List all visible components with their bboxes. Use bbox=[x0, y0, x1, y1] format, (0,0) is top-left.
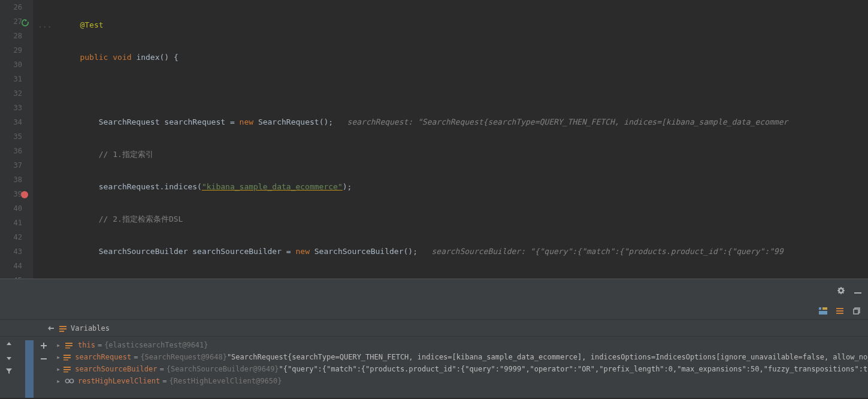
svg-rect-15 bbox=[65, 347, 70, 349]
variable-name: searchRequest bbox=[75, 351, 131, 363]
expand-arrow-icon[interactable]: ▸ bbox=[56, 351, 61, 363]
editor-gutter: 26 27 28 29 30 31 32 33 34 35 36 37 38 3… bbox=[0, 0, 33, 279]
line-number: 37 bbox=[0, 158, 22, 173]
variable-name: restHighLevelClient bbox=[78, 375, 160, 387]
add-watch-icon[interactable] bbox=[40, 341, 48, 350]
filter-icon[interactable] bbox=[5, 367, 13, 375]
svg-rect-10 bbox=[59, 328, 66, 330]
link-icon bbox=[65, 377, 74, 385]
svg-rect-7 bbox=[836, 313, 843, 314]
line-number: 26 bbox=[0, 0, 22, 14]
target-icon[interactable] bbox=[47, 324, 55, 332]
field-icon bbox=[63, 353, 71, 361]
svg-rect-11 bbox=[59, 331, 64, 332]
line-number: 35 bbox=[0, 129, 22, 144]
code-area[interactable]: ... @Test public void index() { SearchRe… bbox=[33, 0, 868, 279]
settings-icon[interactable] bbox=[836, 285, 846, 296]
variable-value: "{"query":{"match":{"products.product_id… bbox=[279, 363, 868, 375]
svg-rect-8 bbox=[854, 309, 858, 314]
variable-type: {SearchSourceBuilder@9649} bbox=[167, 363, 279, 375]
svg-rect-9 bbox=[59, 326, 66, 327]
line-number: 33 bbox=[0, 101, 22, 115]
variable-row[interactable]: ▸restHighLevelClient = {RestHighLevelCli… bbox=[55, 375, 868, 387]
variable-type: {SearchRequest@9648} bbox=[140, 351, 227, 363]
line-number: 32 bbox=[0, 86, 22, 101]
step-down-icon[interactable] bbox=[5, 353, 13, 362]
svg-point-0 bbox=[21, 191, 28, 198]
line-number: 38 bbox=[0, 173, 22, 187]
variable-row[interactable]: ▸this = {elasticsearchTest@9641} bbox=[55, 339, 868, 351]
svg-rect-1 bbox=[854, 292, 861, 294]
variable-name: this bbox=[78, 339, 95, 351]
line-number: 42 bbox=[0, 230, 22, 244]
variables-title: Variables bbox=[71, 324, 110, 332]
frame-highlight bbox=[25, 340, 34, 398]
line-number: 44 bbox=[0, 259, 22, 273]
expand-arrow-icon[interactable]: ▸ bbox=[56, 339, 62, 351]
svg-rect-21 bbox=[63, 371, 68, 373]
variables-icon bbox=[59, 324, 67, 332]
svg-rect-3 bbox=[822, 307, 827, 310]
svg-rect-17 bbox=[63, 357, 71, 358]
line-number: 28 bbox=[0, 29, 22, 43]
expand-arrow-icon[interactable]: ▸ bbox=[56, 363, 61, 375]
run-override-icon[interactable] bbox=[20, 18, 30, 28]
line-number: 43 bbox=[0, 244, 22, 259]
svg-rect-20 bbox=[63, 369, 71, 370]
debug-iconbar bbox=[0, 302, 868, 320]
line-number: 34 bbox=[0, 115, 22, 129]
line-number: 39 bbox=[0, 187, 22, 201]
layout-icon[interactable] bbox=[818, 306, 828, 316]
restore-icon[interactable] bbox=[851, 306, 862, 316]
line-number: 45 bbox=[0, 273, 22, 279]
svg-rect-6 bbox=[836, 310, 843, 312]
variable-row[interactable]: ▸searchSourceBuilder = {SearchSourceBuil… bbox=[55, 363, 868, 375]
variable-name: searchSourceBuilder bbox=[75, 363, 157, 375]
line-number: 36 bbox=[0, 144, 22, 158]
variables-header: Variables bbox=[0, 320, 868, 337]
debug-step-toolbar bbox=[0, 337, 18, 398]
line-number: 30 bbox=[0, 58, 22, 72]
variable-row[interactable]: ▸searchRequest = {SearchRequest@9648} "S… bbox=[55, 351, 868, 363]
line-number: 31 bbox=[0, 72, 22, 86]
svg-rect-5 bbox=[836, 308, 843, 309]
svg-point-23 bbox=[69, 379, 73, 383]
breakpoint-icon[interactable] bbox=[20, 191, 30, 200]
svg-rect-18 bbox=[63, 359, 68, 361]
variable-type: {elasticsearchTest@9641} bbox=[104, 339, 208, 351]
svg-rect-12 bbox=[41, 358, 47, 359]
svg-point-22 bbox=[65, 379, 69, 383]
inline-hint: searchRequest: "SearchRequest{searchType… bbox=[347, 117, 788, 126]
step-up-icon[interactable] bbox=[5, 340, 13, 349]
variable-type: {RestHighLevelClient@9650} bbox=[170, 375, 282, 387]
svg-rect-19 bbox=[63, 367, 71, 368]
svg-rect-13 bbox=[65, 343, 72, 344]
svg-rect-2 bbox=[819, 307, 821, 310]
line-number: 40 bbox=[0, 201, 22, 216]
minimize-icon[interactable] bbox=[852, 285, 863, 296]
svg-rect-14 bbox=[65, 345, 72, 346]
variables-panel: ▸this = {elasticsearchTest@9641}▸searchR… bbox=[0, 337, 868, 398]
variable-value: "SearchRequest{searchType=QUERY_THEN_FET… bbox=[227, 351, 868, 363]
variable-list[interactable]: ▸this = {elasticsearchTest@9641}▸searchR… bbox=[55, 337, 868, 398]
remove-watch-icon[interactable] bbox=[40, 355, 48, 363]
line-number: 27 bbox=[0, 14, 22, 29]
annotation: @Test bbox=[80, 20, 103, 29]
svg-rect-4 bbox=[819, 311, 827, 315]
field-icon bbox=[65, 341, 74, 349]
debug-toolbar bbox=[0, 279, 868, 302]
svg-rect-16 bbox=[63, 355, 71, 356]
stack-icon[interactable] bbox=[834, 306, 845, 316]
expand-arrow-icon[interactable]: ▸ bbox=[56, 375, 62, 387]
inline-hint: searchSourceBuilder: "{"query":{"match":… bbox=[431, 247, 783, 256]
line-number: 41 bbox=[0, 216, 22, 230]
field-icon bbox=[63, 365, 71, 373]
code-editor[interactable]: 26 27 28 29 30 31 32 33 34 35 36 37 38 3… bbox=[0, 0, 868, 279]
line-number: 29 bbox=[0, 43, 22, 58]
